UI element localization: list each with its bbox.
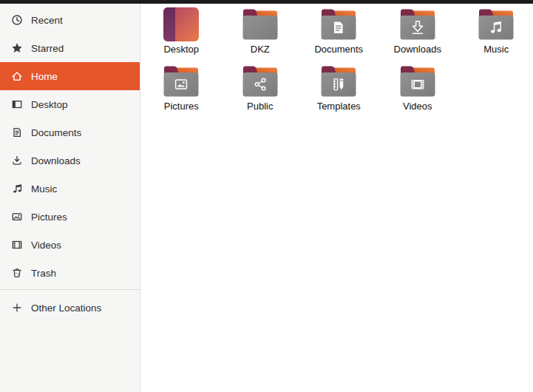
- sidebar-item-label: Other Locations: [31, 303, 101, 314]
- file-label: Pictures: [164, 101, 199, 112]
- folder-plain-icon: [242, 7, 278, 41]
- sidebar-item-videos[interactable]: Videos: [0, 231, 140, 259]
- file-item-downloads[interactable]: Downloads: [394, 7, 441, 64]
- folder-video-icon: [400, 64, 435, 98]
- trash-icon: [11, 267, 23, 279]
- file-label: Public: [247, 101, 273, 112]
- sidebar-item-label: Documents: [31, 127, 81, 138]
- sidebar-item-label: Videos: [31, 240, 61, 251]
- file-label: Desktop: [163, 44, 199, 55]
- file-label: Templates: [317, 101, 361, 112]
- sidebar-item-downloads[interactable]: Downloads: [0, 146, 140, 175]
- file-item-dkz[interactable]: DKZ: [242, 7, 278, 64]
- sidebar-item-home[interactable]: Home: [0, 62, 140, 90]
- file-item-pictures[interactable]: Pictures: [163, 64, 199, 121]
- sidebar-item-label: Music: [31, 183, 57, 195]
- recent-clock-icon: [11, 14, 23, 26]
- file-manager-window: Recent Starred Home: [0, 0, 533, 392]
- places-sidebar: Recent Starred Home: [0, 4, 140, 392]
- sidebar-item-label: Recent: [31, 15, 63, 26]
- sidebar-item-label: Trash: [31, 268, 56, 279]
- file-label: Documents: [314, 44, 363, 55]
- file-label: Music: [483, 44, 509, 55]
- sidebar-item-label: Starred: [31, 43, 64, 54]
- file-item-templates[interactable]: Templates: [317, 64, 361, 121]
- home-icon: [11, 70, 23, 82]
- folder-share-icon: [242, 64, 278, 98]
- folder-document-icon: [321, 7, 356, 41]
- file-item-documents[interactable]: Documents: [314, 7, 363, 64]
- sidebar-item-label: Home: [31, 71, 58, 82]
- folder-template-icon: [321, 64, 356, 98]
- sidebar-item-music[interactable]: Music: [0, 175, 140, 203]
- folder-music-icon: [478, 7, 514, 41]
- folder-picture-icon: [163, 64, 199, 98]
- file-label: DKZ: [251, 44, 270, 55]
- downloads-icon: [11, 155, 23, 166]
- music-icon: [11, 183, 23, 195]
- file-label: Videos: [403, 101, 432, 112]
- file-label: Downloads: [394, 44, 441, 55]
- video-emblem-icon: [411, 80, 424, 89]
- sidebar-item-other-locations[interactable]: Other Locations: [0, 294, 140, 322]
- sidebar-separator: [0, 289, 140, 290]
- sidebar-item-pictures[interactable]: Pictures: [0, 203, 140, 231]
- sidebar-item-desktop[interactable]: Desktop: [0, 90, 140, 118]
- sidebar-item-starred[interactable]: Starred: [0, 34, 140, 62]
- videos-icon: [11, 239, 23, 251]
- file-grid: Desktop DKZ: [142, 7, 533, 121]
- window-content: Recent Starred Home: [0, 4, 533, 392]
- sidebar-item-label: Pictures: [31, 212, 67, 223]
- sidebar-item-label: Downloads: [31, 155, 81, 166]
- desktop-gradient-icon: [163, 7, 199, 41]
- file-item-videos[interactable]: Videos: [400, 64, 435, 121]
- sidebar-item-documents[interactable]: Documents: [0, 118, 140, 146]
- document-emblem-icon: [334, 22, 343, 34]
- star-icon: [11, 42, 23, 54]
- sidebar-item-label: Desktop: [31, 99, 68, 110]
- file-item-public[interactable]: Public: [242, 64, 278, 121]
- pictures-icon: [11, 211, 23, 223]
- file-item-desktop[interactable]: Desktop: [163, 7, 199, 64]
- desktop-icon: [11, 98, 23, 110]
- plus-icon: [11, 302, 23, 314]
- documents-icon: [11, 126, 23, 138]
- folder-download-icon: [400, 7, 435, 41]
- file-item-music[interactable]: Music: [478, 7, 514, 64]
- sidebar-item-trash[interactable]: Trash: [0, 259, 140, 287]
- files-view: Desktop DKZ: [140, 4, 533, 392]
- sidebar-item-recent[interactable]: Recent: [0, 6, 140, 34]
